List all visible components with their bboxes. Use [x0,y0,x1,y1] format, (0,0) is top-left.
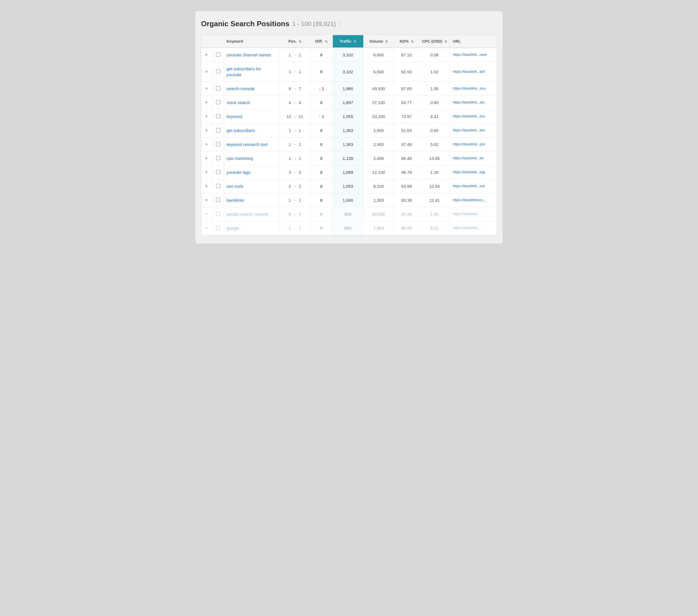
expand-cell[interactable] [201,138,212,152]
row-checkbox[interactable] [216,142,220,146]
expand-cell[interactable] [201,194,212,207]
expand-icon[interactable] [206,129,208,132]
keyword-link[interactable]: get subscribers [227,128,277,133]
expand-icon[interactable] [206,171,208,173]
keyword-link[interactable]: seo tools [227,183,277,189]
keyword-link[interactable]: voice search [227,100,277,105]
url-cell[interactable]: https://backlink...nam [450,48,497,62]
url-link[interactable]: https://backlink...sou [453,86,494,91]
th-cpc[interactable]: CPC (USD) ⇅ [419,35,450,48]
check-cell[interactable] [212,48,224,62]
url-link[interactable]: https://backlink...ool [453,184,494,189]
th-volume[interactable]: Volume ⇅ [363,35,394,48]
url-cell[interactable]: https://backlink...ber [450,124,497,138]
expand-icon[interactable] [206,115,208,118]
keyword-link[interactable]: google search console [227,211,277,217]
th-pos[interactable]: Pos. ⇅ [279,35,310,48]
url-cell[interactable]: https://backlink...too [450,110,497,124]
keyword-link[interactable]: youtube channel names [227,52,277,58]
check-cell[interactable] [212,207,224,221]
keyword-link[interactable]: cpa marketing [227,155,277,161]
pos-to: 1 [299,226,301,230]
url-link[interactable]: https://backlink...tag [453,170,494,175]
expand-cell[interactable] [201,62,212,82]
url-cell[interactable]: https://backlink...ber [450,62,497,82]
check-cell[interactable] [212,82,224,96]
row-checkbox[interactable] [216,114,220,118]
row-checkbox[interactable] [216,156,220,160]
row-checkbox[interactable] [216,86,220,90]
expand-icon[interactable] [206,199,208,201]
url-cell[interactable]: https://backlink...sou [450,82,497,96]
url-link[interactable]: https://backlink... [453,212,494,216]
check-cell[interactable] [212,138,224,152]
expand-cell[interactable] [201,221,212,235]
url-cell[interactable]: https://backlink... [450,207,497,221]
check-cell[interactable] [212,194,224,207]
th-kd[interactable]: KD% ⇅ [394,35,419,48]
url-cell[interactable]: https://backlink...pot [450,138,497,152]
expand-cell[interactable] [201,207,212,221]
th-traffic[interactable]: Traffic ⇅ [333,35,363,48]
row-checkbox[interactable] [216,53,220,57]
check-cell[interactable] [212,124,224,138]
expand-icon[interactable] [206,213,208,215]
url-cell[interactable]: https://backlink...ool [450,180,497,194]
expand-cell[interactable] [201,96,212,110]
url-link[interactable]: https://backlink...arc [453,100,494,105]
keyword-link[interactable]: youtube tags [227,169,277,175]
expand-cell[interactable] [201,166,212,180]
th-keyword[interactable]: Keyword [224,35,279,48]
row-checkbox[interactable] [216,184,220,188]
expand-icon[interactable] [206,185,208,187]
check-cell[interactable] [212,152,224,166]
expand-cell[interactable] [201,48,212,62]
url-link[interactable]: https://backlink...too [453,114,494,119]
url-link[interactable]: https://backlink...ber [453,128,494,133]
row-checkbox[interactable] [216,212,220,216]
check-cell[interactable] [212,96,224,110]
expand-cell[interactable] [201,180,212,194]
expand-cell[interactable] [201,124,212,138]
expand-cell[interactable] [201,82,212,96]
url-cell[interactable]: https://backlink...arc [450,96,497,110]
keyword-link[interactable]: google [227,225,277,231]
url-link[interactable]: https://backlinkoco... [453,198,494,202]
expand-icon[interactable] [206,227,208,229]
url-link[interactable]: https://backlink...pot [453,142,494,147]
row-checkbox[interactable] [216,170,220,174]
keyword-link[interactable]: get subscribers for youtube [227,66,277,77]
expand-icon[interactable] [206,87,208,90]
row-checkbox[interactable] [216,198,220,202]
th-diff[interactable]: Diff. ⇅ [310,35,333,48]
url-cell[interactable]: https://backlink... [450,221,497,235]
keyword-link[interactable]: backlinko [227,197,277,203]
check-cell[interactable] [212,62,224,82]
url-link[interactable]: https://backlink...tin [453,156,494,161]
url-cell[interactable]: https://backlink...tin [450,152,497,166]
expand-icon[interactable] [206,157,208,160]
expand-cell[interactable] [201,152,212,166]
keyword-link[interactable]: search console [227,86,277,91]
url-cell[interactable]: https://backlinkoco... [450,194,497,207]
keyword-link[interactable]: keyword [227,114,277,119]
check-cell[interactable] [212,110,224,124]
expand-cell[interactable] [201,110,212,124]
keyword-link[interactable]: keyword research tool [227,141,277,147]
row-checkbox[interactable] [216,226,220,230]
row-checkbox[interactable] [216,69,220,73]
url-link[interactable]: https://backlink...ber [453,69,494,74]
check-cell[interactable] [212,221,224,235]
row-checkbox[interactable] [216,128,220,132]
row-checkbox[interactable] [216,100,220,104]
info-icon[interactable]: i [339,22,340,27]
url-link[interactable]: https://backlink...nam [453,52,494,57]
expand-icon[interactable] [206,70,208,73]
check-cell[interactable] [212,180,224,194]
url-cell[interactable]: https://backlink...tag [450,166,497,180]
url-link[interactable]: https://backlink... [453,226,494,230]
expand-icon[interactable] [206,101,208,104]
check-cell[interactable] [212,166,224,180]
expand-icon[interactable] [206,53,208,56]
expand-icon[interactable] [206,143,208,146]
